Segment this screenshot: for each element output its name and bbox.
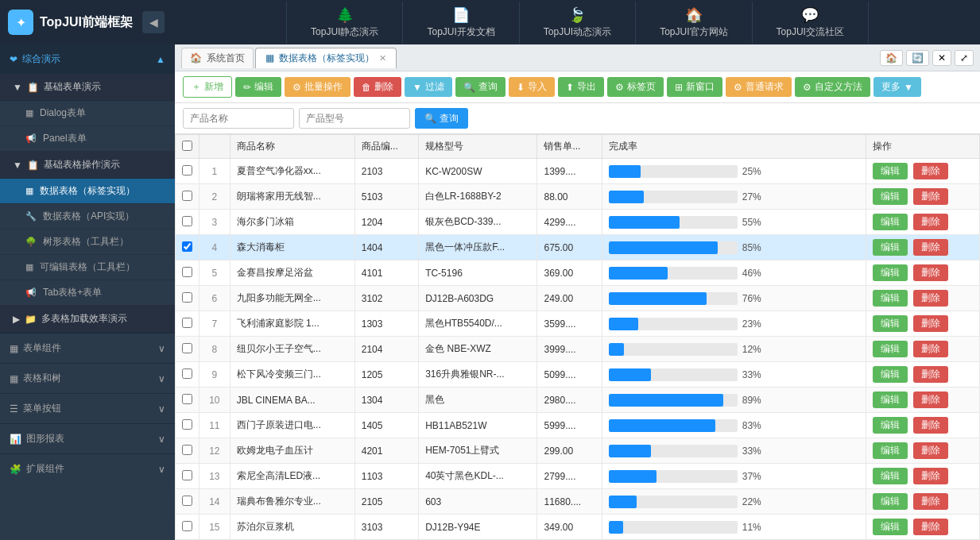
- filter-button[interactable]: ▼ 过滤: [405, 77, 452, 97]
- row-delete-button[interactable]: 删除: [913, 519, 948, 535]
- header-price[interactable]: 销售单...: [537, 135, 602, 159]
- edit-button[interactable]: ✏ 编辑: [235, 77, 281, 97]
- sidebar-top-section[interactable]: ❤ 综合演示 ▲: [0, 44, 175, 74]
- speaker-icon: 📢: [25, 133, 37, 144]
- window-home-icon[interactable]: 🏠: [880, 50, 903, 66]
- product-name-input[interactable]: [183, 108, 294, 129]
- header-name[interactable]: 商品名称: [230, 135, 354, 159]
- sidebar-item-tab-table[interactable]: 📢 Tab表格+表单: [0, 280, 175, 306]
- tab-home[interactable]: 🏠 系统首页: [181, 48, 254, 68]
- row-delete-button[interactable]: 删除: [913, 417, 948, 434]
- delete-button[interactable]: 🗑 删除: [354, 77, 401, 97]
- row-checkbox[interactable]: [182, 191, 192, 201]
- row-delete-button[interactable]: 删除: [913, 214, 948, 230]
- row-checkbox[interactable]: [182, 267, 192, 277]
- sidebar-item-menu-button[interactable]: ☰ 菜单按钮 ∨: [0, 393, 175, 423]
- row-checkbox[interactable]: [182, 470, 192, 480]
- row-delete-button[interactable]: 删除: [913, 188, 948, 205]
- sidebar-item-panel-form[interactable]: 📢 Panel表单: [0, 126, 175, 152]
- search-submit-button[interactable]: 🔍 查询: [415, 108, 468, 129]
- row-edit-button[interactable]: 编辑: [873, 239, 908, 256]
- row-checkbox[interactable]: [182, 368, 192, 379]
- row-delete-button[interactable]: 删除: [913, 442, 948, 459]
- sidebar-item-basics-table[interactable]: ▼ 📋 基础表格操作演示: [0, 152, 175, 179]
- tab-data-table[interactable]: ▦ 数据表格（标签实现） ✕: [255, 48, 397, 68]
- row-edit-button[interactable]: 编辑: [873, 493, 908, 510]
- nav-static-label: TopJUI静态演示: [311, 25, 378, 39]
- request-button[interactable]: ⚙ 普通请求: [726, 77, 792, 97]
- row-delete-button[interactable]: 删除: [913, 392, 948, 408]
- search-button[interactable]: 🔍 查询: [455, 77, 505, 97]
- sidebar-item-extension[interactable]: 🧩 扩展组件 ∨: [0, 453, 175, 484]
- product-model-input[interactable]: [299, 108, 410, 129]
- sidebar-item-table-tree[interactable]: ▦ 表格和树 ∨: [0, 363, 175, 393]
- row-delete-button[interactable]: 删除: [913, 315, 948, 332]
- row-edit-button[interactable]: 编辑: [873, 341, 908, 357]
- row-checkbox[interactable]: [182, 216, 192, 226]
- batch-button[interactable]: ⚙ 批量操作: [285, 77, 351, 97]
- tag-button[interactable]: ⚙ 标签页: [607, 77, 664, 97]
- header-progress[interactable]: 完成率: [602, 135, 866, 159]
- row-edit-button[interactable]: 编辑: [873, 315, 908, 332]
- header-spec[interactable]: 规格型号: [419, 135, 537, 159]
- nav-tab-docs[interactable]: 📄 TopJUI开发文档: [403, 2, 519, 44]
- row-delete-button[interactable]: 删除: [913, 341, 948, 357]
- nav-tab-dynamic[interactable]: 🍃 TopJUI动态演示: [520, 2, 636, 44]
- sidebar-item-data-table-tag[interactable]: ▦ 数据表格（标签实现）: [0, 179, 175, 204]
- window-refresh-icon[interactable]: 🔄: [906, 50, 929, 66]
- window-button[interactable]: ⊞ 新窗口: [667, 77, 722, 97]
- row-checkbox[interactable]: [182, 496, 192, 506]
- row-edit-button[interactable]: 编辑: [873, 417, 908, 434]
- row-checkbox[interactable]: [182, 165, 192, 176]
- row-delete-button[interactable]: 删除: [913, 239, 948, 256]
- sidebar-item-chart[interactable]: 📊 图形报表 ∨: [0, 423, 175, 453]
- tab-close-icon[interactable]: ✕: [379, 53, 386, 64]
- row-checkbox[interactable]: [182, 318, 192, 328]
- nav-tab-community[interactable]: 💬 TopJUI交流社区: [753, 2, 869, 44]
- export-button[interactable]: ⬆ 导出: [558, 77, 604, 97]
- row-edit-button[interactable]: 编辑: [873, 290, 908, 307]
- row-delete-button[interactable]: 删除: [913, 468, 948, 484]
- sidebar-item-form-components[interactable]: ▦ 表单组件 ∨: [0, 333, 175, 363]
- row-edit-button[interactable]: 编辑: [873, 392, 908, 408]
- row-delete-button[interactable]: 删除: [913, 163, 948, 179]
- row-checkbox[interactable]: [182, 241, 192, 252]
- row-checkbox[interactable]: [182, 521, 192, 531]
- row-edit-button[interactable]: 编辑: [873, 264, 908, 281]
- row-delete-button[interactable]: 删除: [913, 493, 948, 510]
- nav-tab-static[interactable]: 🌲 TopJUI静态演示: [286, 2, 403, 44]
- row-checkbox[interactable]: [182, 343, 192, 353]
- row-edit-button[interactable]: 编辑: [873, 468, 908, 484]
- sidebar-item-tree-table[interactable]: 🌳 树形表格（工具栏）: [0, 230, 175, 255]
- import-button[interactable]: ⬇ 导入: [509, 77, 555, 97]
- sidebar-item-dialog-form[interactable]: ▦ Dialog表单: [0, 101, 175, 126]
- row-edit-button[interactable]: 编辑: [873, 519, 908, 535]
- sidebar-item-multi-table[interactable]: ▶ 📁 多表格加载效率演示: [0, 306, 175, 333]
- row-checkbox[interactable]: [182, 292, 192, 303]
- progress-bar-fill: [609, 521, 623, 534]
- sidebar-item-data-table-api[interactable]: 🔧 数据表格（API实现）: [0, 204, 175, 230]
- sidebar-item-basics-form[interactable]: ▼ 📋 基础表单演示: [0, 74, 175, 101]
- row-checkbox[interactable]: [182, 394, 192, 404]
- window-close-icon[interactable]: ✕: [932, 50, 951, 66]
- header-code[interactable]: 商品编...: [354, 135, 418, 159]
- nav-tab-official[interactable]: 🏠 TopJUI官方网站: [636, 2, 752, 44]
- row-delete-button[interactable]: 删除: [913, 264, 948, 281]
- row-edit-button[interactable]: 编辑: [873, 214, 908, 230]
- row-edit-button[interactable]: 编辑: [873, 442, 908, 459]
- add-button[interactable]: ＋ 新增: [183, 76, 232, 98]
- row-checkbox[interactable]: [182, 445, 192, 455]
- row-edit-button[interactable]: 编辑: [873, 163, 908, 179]
- window-expand-icon[interactable]: ⤢: [955, 50, 974, 66]
- more-button[interactable]: 更多 ▼: [873, 77, 921, 97]
- sidebar-item-editable-table[interactable]: ▦ 可编辑表格（工具栏）: [0, 255, 175, 280]
- row-delete-button[interactable]: 删除: [913, 290, 948, 307]
- row-edit-button[interactable]: 编辑: [873, 366, 908, 383]
- collapse-button[interactable]: ◀: [142, 11, 165, 33]
- row-delete-button[interactable]: 删除: [913, 366, 948, 383]
- custom-button[interactable]: ⚙ 自定义方法: [795, 77, 870, 97]
- select-all-checkbox[interactable]: [182, 141, 192, 151]
- row-checkbox[interactable]: [182, 419, 192, 430]
- row-code: 2104: [354, 337, 418, 362]
- row-edit-button[interactable]: 编辑: [873, 188, 908, 205]
